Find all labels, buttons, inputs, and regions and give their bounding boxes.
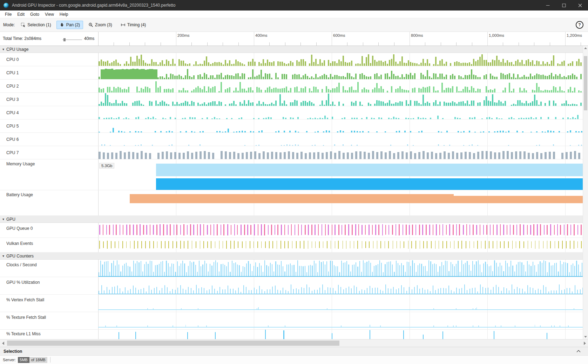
track-row-cpu-3: CPU 3 — [0, 93, 588, 106]
menu-help[interactable]: Help — [57, 11, 71, 18]
track-row-gpu-utilization: GPU % Utilization — [0, 277, 588, 295]
section-header-cpu-usage[interactable]: ▾CPU Usage — [0, 46, 588, 53]
vertical-scrollbar-thumb[interactable] — [584, 56, 587, 110]
ruler-minor-tick — [394, 42, 394, 46]
track-chart-vertex-fetch-stall[interactable] — [98, 295, 583, 312]
ruler-minor-tick — [503, 42, 503, 46]
track-row-texture-fetch-stall: % Texture Fetch Stall — [0, 312, 588, 330]
toolbar: Mode: Selection (1)Pan (2)Zoom (3)Timing… — [0, 18, 588, 32]
ruler-minor-tick — [129, 42, 130, 46]
mode-button-label: Pan (2) — [66, 22, 80, 27]
ruler-minor-tick — [191, 42, 192, 46]
collapse-chevron-icon[interactable] — [576, 350, 581, 353]
track-chart-battery-usage[interactable] — [98, 190, 583, 215]
menu-goto[interactable]: Goto — [27, 11, 42, 18]
track-label: CPU 4 — [6, 106, 19, 115]
track-row-cpu-1: CPU 1 — [0, 66, 588, 80]
minimize-button[interactable] — [540, 0, 556, 11]
mode-button-selection[interactable]: Selection (1) — [18, 21, 54, 29]
scroll-right-arrow-icon[interactable] — [584, 342, 586, 345]
track-chart-clocks-per-second[interactable] — [98, 260, 583, 277]
mode-button-timing[interactable]: Timing (4) — [117, 21, 149, 29]
ruler-major-tick — [254, 32, 254, 46]
track-row-cpu-2: CPU 2 — [0, 80, 588, 93]
track-label: Memory Usage — [6, 159, 35, 166]
track-label: CPU 5 — [6, 119, 19, 129]
ruler-minor-tick — [456, 42, 457, 46]
scroll-down-arrow-icon[interactable] — [584, 336, 587, 338]
section-label: GPU — [6, 217, 15, 222]
ruler-minor-tick — [285, 42, 285, 46]
vertical-scrollbar[interactable] — [583, 46, 588, 339]
window-title: Android GPU Inspector - com.google.andro… — [12, 3, 175, 8]
ruler-minor-tick — [238, 42, 239, 46]
ruler-minor-tick — [425, 42, 425, 46]
timeline-viewport: ▾CPU UsageCPU 0CPU 1CPU 2CPU 3CPU 4CPU 5… — [0, 46, 588, 339]
track-row-vertex-fetch-stall: % Vertex Fetch Stall — [0, 295, 588, 312]
track-chart-cpu-0[interactable] — [98, 53, 583, 66]
maximize-button[interactable] — [556, 0, 572, 11]
zoom-slider-handle[interactable] — [63, 38, 66, 41]
collapse-triangle-icon[interactable]: ▾ — [2, 47, 4, 51]
track-label: GPU % Utilization — [6, 277, 40, 285]
track-label: % Texture Fetch Stall — [6, 312, 46, 320]
menu-bar: FileEditGotoViewHelp — [0, 11, 588, 18]
menu-view[interactable]: View — [42, 11, 57, 18]
scroll-left-arrow-icon[interactable] — [2, 342, 4, 345]
ruler-minor-tick — [441, 42, 441, 46]
track-label: CPU 2 — [6, 80, 19, 89]
selection-panel-header[interactable]: Selection — [0, 347, 588, 355]
track-chart-cpu-5[interactable] — [98, 119, 583, 132]
track-chart-gpu-queue-0[interactable] — [98, 223, 583, 238]
track-chart-cpu-1[interactable] — [98, 66, 583, 79]
track-chart-cpu-2[interactable] — [98, 80, 583, 92]
ruler-tick-label: 1,200ms — [567, 33, 582, 37]
track-chart-texture-fetch-stall[interactable] — [98, 312, 583, 329]
track-chart-vulkan-events[interactable] — [98, 238, 583, 252]
section-header-gpu-counters[interactable]: ▾GPU Counters — [0, 253, 588, 260]
track-label: CPU 3 — [6, 93, 19, 102]
collapse-triangle-icon[interactable]: ▾ — [2, 254, 4, 258]
minimize-icon — [546, 4, 550, 7]
track-chart-cpu-6[interactable] — [98, 133, 583, 146]
section-header-gpu[interactable]: ▾GPU — [0, 216, 588, 223]
horizontal-scrollbar[interactable] — [0, 339, 588, 347]
track-chart-texture-l1-miss[interactable] — [98, 330, 583, 339]
mode-button-label: Timing (4) — [127, 22, 146, 27]
track-row-cpu-5: CPU 5 — [0, 119, 588, 133]
selection-icon — [21, 22, 26, 27]
ruler-tick-label: 800ms — [411, 33, 423, 37]
window-controls — [540, 0, 588, 11]
close-button[interactable] — [572, 0, 588, 11]
track-chart-cpu-7[interactable] — [98, 146, 583, 159]
server-label: Server: — [3, 358, 16, 362]
timeline-tracks-rows: ▾CPU UsageCPU 0CPU 1CPU 2CPU 3CPU 4CPU 5… — [0, 46, 588, 339]
menu-file[interactable]: File — [2, 11, 14, 18]
track-row-cpu-7: CPU 7 — [0, 146, 588, 159]
mode-button-zoom[interactable]: Zoom (3) — [85, 21, 115, 29]
track-row-vulkan-events: Vulkan Events — [0, 238, 588, 253]
track-row-clocks-per-second: Clocks / Second — [0, 260, 588, 277]
help-button[interactable]: ? — [576, 21, 583, 29]
zoom-slider[interactable] — [62, 40, 82, 40]
track-chart-gpu-utilization[interactable] — [98, 277, 583, 294]
section-label: GPU Counters — [6, 254, 34, 259]
track-label: Battery Usage — [6, 190, 33, 197]
track-row-battery-usage: Battery Usage — [0, 190, 588, 216]
mode-button-pan[interactable]: Pan (2) — [56, 21, 83, 29]
mode-button-label: Zoom (3) — [95, 22, 112, 27]
track-chart-memory-usage[interactable] — [98, 159, 583, 190]
track-chart-cpu-3[interactable] — [98, 93, 583, 106]
ruler-minor-tick — [161, 42, 161, 46]
horizontal-scrollbar-thumb[interactable] — [7, 341, 339, 346]
mode-buttons: Selection (1)Pan (2)Zoom (3)Timing (4) — [15, 21, 149, 29]
timeline-ruler[interactable]: Total Time: 2s084ms 40ms 200ms400ms600ms… — [0, 32, 588, 46]
ruler-minor-tick — [378, 42, 379, 46]
scroll-up-arrow-icon[interactable] — [584, 47, 587, 49]
collapse-triangle-icon[interactable]: ▾ — [2, 217, 4, 221]
track-chart-cpu-4[interactable] — [98, 106, 583, 119]
menu-edit[interactable]: Edit — [14, 11, 27, 18]
ruler-minor-tick — [550, 42, 550, 46]
ruler-minor-tick — [114, 42, 114, 46]
ruler-major-tick — [410, 32, 410, 46]
